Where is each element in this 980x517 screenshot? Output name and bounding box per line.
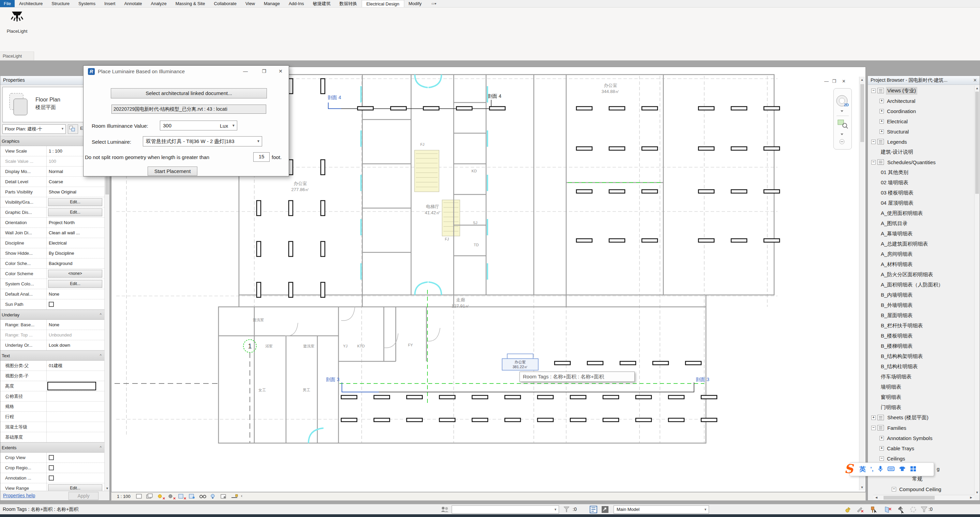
property-value[interactable]: By Discipline: [47, 248, 105, 258]
property-edit-button[interactable]: Edit...: [48, 280, 102, 288]
linked-document-field[interactable]: 20220729国电新时代-结构模型_已分离.rvt : 43 : locati: [111, 105, 266, 114]
tree-item-A_房间明细表[interactable]: A_房间明细表: [868, 249, 974, 259]
property-row[interactable]: 混凝土等级: [0, 422, 105, 432]
tree-item-B_楼梯明细表[interactable]: B_楼梯明细表: [868, 341, 974, 351]
property-checkbox[interactable]: [49, 302, 54, 307]
detail-level-icon[interactable]: [146, 493, 154, 500]
browser-vertical-scrollbar[interactable]: ▲ ▼: [974, 86, 980, 495]
tree-item-label[interactable]: A_幕墙明细表: [880, 230, 914, 238]
tree-item-label[interactable]: Schedules/Quantities: [886, 159, 937, 166]
active-only-icon[interactable]: [601, 506, 609, 514]
tree-item-墙明细表[interactable]: 墙明细表: [868, 382, 974, 392]
tree-item-B_结构柱明细表[interactable]: B_结构柱明细表: [868, 362, 974, 371]
property-value[interactable]: [47, 463, 105, 473]
select-linked-document-button[interactable]: Select architectural linked document...: [111, 88, 267, 98]
property-value[interactable]: Look down: [47, 340, 105, 350]
property-value[interactable]: Edit...: [47, 208, 105, 217]
ime-language-toggle[interactable]: 英: [859, 465, 866, 474]
property-value[interactable]: <none>: [47, 269, 105, 279]
property-row[interactable]: View RangeEdit...: [0, 483, 105, 491]
menu-view[interactable]: View: [241, 0, 259, 7]
reveal-hidden-icon[interactable]: [199, 493, 207, 500]
property-row[interactable]: 高度: [0, 381, 105, 391]
tree-item-Ceilings[interactable]: −Ceilings: [868, 453, 974, 463]
property-row[interactable]: 公称直径: [0, 391, 105, 401]
tree-item-label[interactable]: B_结构柱明细表: [880, 363, 919, 371]
expand-icon[interactable]: +: [880, 446, 884, 450]
ime-mic-icon[interactable]: [878, 465, 883, 473]
menu-annotate[interactable]: Annotate: [119, 0, 146, 7]
tree-item-label[interactable]: Annotation Symbols: [886, 435, 934, 442]
tree-item-label[interactable]: Cable Trays: [886, 445, 916, 452]
view-minimize-icon[interactable]: —: [824, 79, 829, 84]
expand-icon[interactable]: +: [880, 436, 884, 440]
tree-item-label[interactable]: A_面积明细表（人防面积）: [880, 281, 945, 289]
tree-item-B_屋面明细表[interactable]: B_屋面明细表: [868, 310, 974, 320]
property-value[interactable]: Background: [47, 258, 105, 268]
tree-item-label[interactable]: 窗明细表: [880, 393, 903, 401]
property-value[interactable]: Edit...: [47, 483, 105, 491]
property-row[interactable]: Range: Top ...Unbounded: [0, 330, 105, 340]
temporary-hide-icon[interactable]: [209, 493, 218, 500]
pin-cursor-icon[interactable]: [869, 506, 878, 515]
tree-item-A_图纸目录[interactable]: A_图纸目录: [868, 218, 974, 228]
property-row[interactable]: Underlay Or...Look down: [0, 340, 105, 350]
edit-type-button[interactable]: [68, 124, 78, 134]
view-close-icon[interactable]: ✕: [842, 79, 846, 84]
property-row[interactable]: Parts VisibilityShow Original: [0, 187, 105, 197]
menu-systems[interactable]: Systems: [74, 0, 100, 7]
menu-manage[interactable]: Manage: [259, 0, 284, 7]
property-row[interactable]: Graphic Dis...Edit...: [0, 208, 105, 217]
canvas-vertical-scrollbar[interactable]: ▲ ▼: [859, 77, 865, 490]
tree-item-label[interactable]: 建筑-设计说明: [880, 148, 915, 156]
tree-item-建筑-设计说明[interactable]: 建筑-设计说明: [868, 147, 974, 157]
tree-item-A_使用面积明细表[interactable]: A_使用面积明细表: [868, 208, 974, 218]
property-row[interactable]: Show Hidde...By Discipline: [0, 248, 105, 258]
start-placement-button[interactable]: Start Placement: [148, 167, 197, 176]
property-value[interactable]: None: [47, 289, 105, 299]
tree-item-label[interactable]: 停车场明细表: [880, 373, 913, 381]
property-value[interactable]: [47, 300, 105, 309]
tree-item-B_栏杆扶手明细表[interactable]: B_栏杆扶手明细表: [868, 320, 974, 331]
browser-horizontal-scrollbar[interactable]: ◄ ►: [873, 495, 974, 500]
unjoin-icon[interactable]: ✕: [883, 506, 892, 515]
property-value[interactable]: [47, 432, 98, 442]
property-row[interactable]: Wall Join Di...Clean all wall ...: [0, 228, 105, 238]
tree-item-label[interactable]: B_楼梯明细表: [880, 342, 914, 350]
tree-item-A_幕墙明细表[interactable]: A_幕墙明细表: [868, 228, 974, 239]
tree-item-Schedules/Quantities[interactable]: −Schedules/Quantities: [868, 157, 974, 167]
shadows-off-icon[interactable]: ✕: [167, 493, 175, 500]
tree-item-Views (专业)[interactable]: −Views (专业): [868, 86, 974, 96]
tree-item-窗明细表[interactable]: 窗明细表: [868, 392, 974, 402]
crop-view-off-icon[interactable]: ✕: [178, 493, 186, 500]
tree-item-label[interactable]: A_防火分区面积明细表: [880, 271, 934, 279]
menu-insert[interactable]: Insert: [100, 0, 120, 7]
property-checkbox[interactable]: [49, 465, 54, 470]
property-value[interactable]: [47, 391, 98, 401]
ime-pun-icon[interactable]: ’,: [870, 466, 873, 473]
menu-analyze[interactable]: Analyze: [146, 0, 171, 7]
split-length-input[interactable]: 15: [253, 152, 270, 162]
tree-item-Compound Ceiling[interactable]: −Compound Ceiling: [868, 484, 974, 494]
menu-structure[interactable]: Structure: [47, 0, 74, 7]
property-value[interactable]: None: [47, 320, 105, 330]
collapse-icon[interactable]: −: [871, 89, 876, 93]
tree-item-Legends[interactable]: −Legends: [868, 136, 974, 147]
menu-add-ins[interactable]: Add-Ins: [284, 0, 309, 7]
tree-item-B_内墙明细表[interactable]: B_内墙明细表: [868, 290, 974, 300]
tree-item-label[interactable]: Electrical: [886, 118, 909, 125]
property-value[interactable]: Electrical: [47, 238, 105, 248]
workset-combo[interactable]: ▼: [452, 506, 559, 514]
tree-item-B_结构构架明细表[interactable]: B_结构构架明细表: [868, 351, 974, 362]
tree-item-04 屋顶明细表[interactable]: 04 屋顶明细表: [868, 198, 974, 208]
tree-item-Electrical[interactable]: +Electrical: [868, 116, 974, 126]
ribbon-display-toggle-icon[interactable]: ▭▾: [428, 0, 440, 7]
property-row[interactable]: System Colo...Edit...: [0, 279, 105, 289]
collapse-icon[interactable]: −: [880, 457, 884, 461]
keynote-icon[interactable]: [845, 506, 852, 514]
tree-item-label[interactable]: 03 楼板明细表: [880, 189, 915, 197]
expand-icon[interactable]: +: [880, 109, 884, 113]
tree-item-label[interactable]: Views (专业): [886, 87, 917, 95]
selected-room-tag[interactable]: 办公室 381.22㎡: [502, 354, 538, 370]
property-edit-button[interactable]: <none>: [48, 270, 102, 278]
